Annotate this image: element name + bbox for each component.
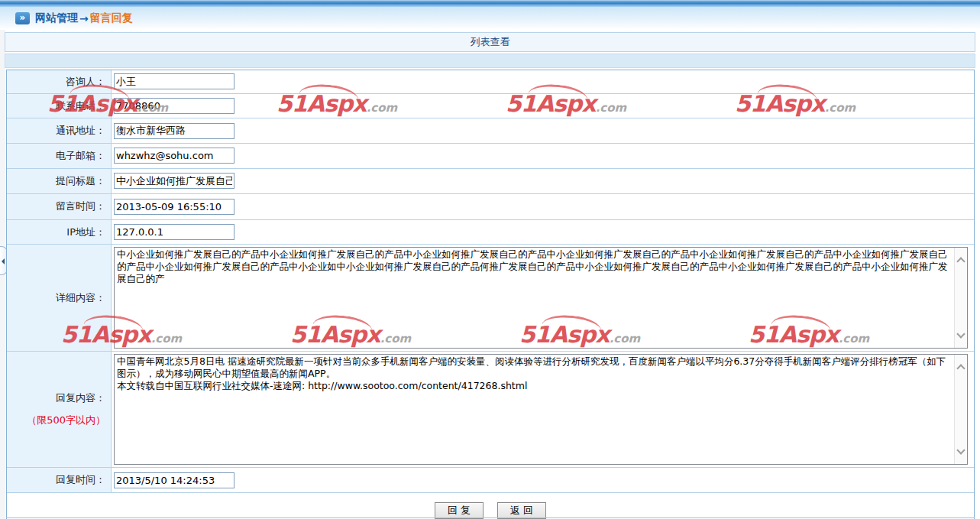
field-label: 联系电话： [7,94,112,118]
reply-button[interactable]: 回 复 [435,502,484,519]
consultant-input[interactable] [114,73,234,89]
scroll-down-icon[interactable] [956,446,965,455]
breadcrumb-current[interactable]: 留言回复 [90,11,133,25]
field-label: 电子邮箱： [7,144,112,168]
field-value-cell: 中国青年网北京5月8日电 据速途研究院最新一项针对当前众多手机新闻客户端的安装量… [112,352,974,467]
field-value-cell [112,118,974,143]
field-value-cell [112,194,974,219]
question-title-input[interactable] [114,173,234,189]
ip-input[interactable] [114,224,234,240]
reply-label: 回复内容： [56,391,105,405]
consultant-label: 咨询人： [66,75,105,89]
detail-label: 详细内容： [56,291,105,305]
field-value-cell [112,94,974,118]
message-time-input[interactable] [114,199,234,215]
field-value-cell [112,144,974,168]
question-title-label: 提问标题： [56,174,105,188]
email-label: 电子邮箱： [56,149,105,163]
field-label: IP地址： [7,220,112,245]
breadcrumb-arrow: → [79,12,89,24]
breadcrumb-section[interactable]: 网站管理 [35,11,78,25]
field-label: 提问标题： [7,169,112,194]
phone-input[interactable] [114,98,234,114]
detail-textarea[interactable]: 中小企业如何推广发展自己的产品中小企业如何推广发展自己的产品中小企业如何推广发展… [114,247,968,349]
form-row-reply-time: 回复时间： [7,468,974,493]
email-input[interactable] [114,148,234,164]
button-row: 回 复 返 回 [7,493,974,519]
form-row-question-title: 提问标题： [7,169,974,195]
field-label: 回复时间： [7,468,112,492]
scroll-up-icon[interactable] [956,258,965,266]
textarea-scrollbar[interactable] [954,355,967,464]
double-arrow-icon: » [15,12,30,24]
page: » 网站管理 → 留言回复 列表查看 咨询人： 联系电话： 通讯地址： [0,0,980,519]
form-row-email: 电子邮箱： [7,144,974,169]
message-reply-form: 咨询人： 联系电话： 通讯地址： 电子邮箱： 提问标题： [6,70,975,519]
message-time-label: 留言时间： [56,199,105,213]
field-label: 详细内容： [7,245,112,351]
field-value-cell [112,169,974,194]
reply-text[interactable]: 中国青年网北京5月8日电 据速途研究院最新一项针对当前众多手机新闻客户端的安装量… [115,355,954,464]
view-bar: 列表查看 [5,32,975,52]
form-row-phone: 联系电话： [7,94,974,119]
form-row-reply: 回复内容： （限500字以内） 中国青年网北京5月8日电 据速途研究院最新一项针… [7,352,974,468]
field-value-cell [112,220,974,245]
top-blue-strip [0,0,980,7]
form-row-message-time: 留言时间： [7,194,974,220]
field-value-cell: 中小企业如何推广发展自己的产品中小企业如何推广发展自己的产品中小企业如何推广发展… [112,245,974,351]
form-row-address: 通讯地址： [7,118,974,144]
breadcrumb: » 网站管理 → 留言回复 [0,7,980,30]
bottom-border-line [6,517,975,518]
scroll-down-icon[interactable] [956,330,965,339]
field-label: 留言时间： [7,194,112,219]
sub-bar [5,54,975,68]
ip-label: IP地址： [66,225,105,239]
field-label: 回复内容： （限500字以内） [7,352,112,467]
phone-label: 联系电话： [56,99,105,113]
form-row-detail: 详细内容： 中小企业如何推广发展自己的产品中小企业如何推广发展自己的产品中小企业… [7,245,974,352]
form-row-consultant: 咨询人： [7,70,974,94]
scroll-up-icon[interactable] [956,365,965,373]
address-input[interactable] [114,123,234,139]
reply-time-input[interactable] [114,472,234,488]
textarea-scrollbar[interactable] [954,248,967,348]
detail-text[interactable]: 中小企业如何推广发展自己的产品中小企业如何推广发展自己的产品中小企业如何推广发展… [115,248,954,348]
reply-time-label: 回复时间： [56,473,105,487]
reply-textarea[interactable]: 中国青年网北京5月8日电 据速途研究院最新一项针对当前众多手机新闻客户端的安装量… [114,354,968,465]
field-label: 咨询人： [7,70,112,93]
form-row-ip: IP地址： [7,220,974,245]
view-bar-title: 列表查看 [471,35,510,49]
field-value-cell [112,468,974,492]
field-value-cell [112,70,974,93]
address-label: 通讯地址： [56,124,105,138]
field-label: 通讯地址： [7,118,112,143]
back-button[interactable]: 返 回 [497,502,546,519]
reply-limit-note: （限500字以内） [27,414,105,427]
